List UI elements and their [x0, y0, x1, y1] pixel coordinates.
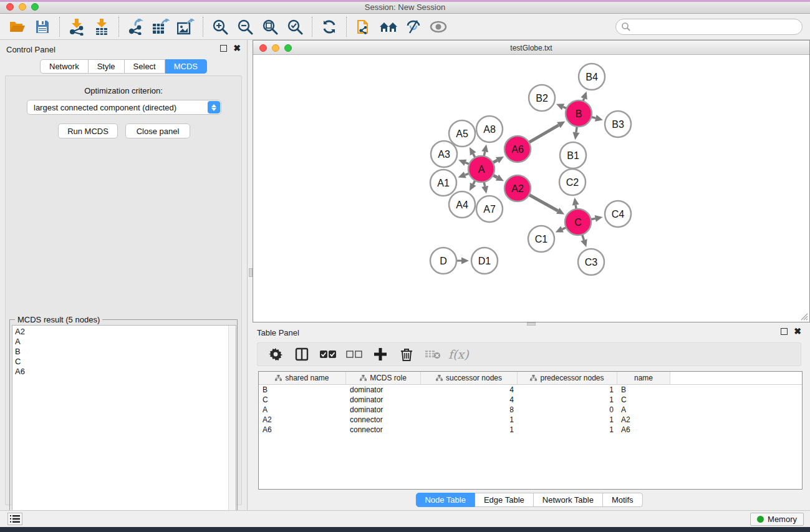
graph-edge[interactable]	[529, 125, 559, 143]
show-eye-icon[interactable]	[426, 16, 451, 38]
close-panel-icon[interactable]: ✖	[233, 45, 241, 52]
export-network-icon[interactable]	[123, 16, 148, 38]
graph-edge[interactable]	[576, 127, 577, 133]
hide-glasses-icon[interactable]	[401, 16, 426, 38]
new-network-icon[interactable]	[351, 16, 376, 38]
table-cell[interactable]: connector	[346, 415, 421, 424]
tab-select[interactable]: Select	[125, 59, 165, 74]
save-session-icon[interactable]	[30, 16, 55, 38]
table-settings-icon[interactable]	[264, 344, 287, 364]
graph-node-label: B4	[586, 72, 598, 82]
graph-edge[interactable]	[529, 195, 557, 211]
memory-button[interactable]: Memory	[750, 513, 804, 526]
table-row[interactable]: Cdominator41C	[259, 395, 802, 405]
result-list-scrollbar[interactable]	[228, 326, 236, 532]
column-header-successor-nodes[interactable]: successor nodes	[421, 372, 518, 384]
home-icon[interactable]	[376, 16, 401, 38]
close-panel-button[interactable]: Close panel	[125, 123, 190, 138]
select-all-icon[interactable]	[316, 344, 340, 364]
table-cell[interactable]: C	[617, 395, 670, 404]
table-cell[interactable]: 1	[421, 415, 518, 424]
table-cell[interactable]: dominator	[346, 385, 421, 394]
tab-mcds[interactable]: MCDS	[165, 59, 207, 74]
table-row[interactable]: Adominator80A	[259, 405, 802, 415]
table-row[interactable]: A2connector11A2	[259, 415, 802, 425]
criterion-dropdown[interactable]: largest connected component (directed)	[27, 100, 221, 115]
export-image-icon[interactable]	[173, 16, 198, 38]
resize-grip-icon[interactable]	[801, 313, 808, 321]
table-cell[interactable]: B	[259, 385, 346, 394]
table-cell[interactable]: dominator	[346, 395, 421, 404]
table-cell[interactable]: 4	[421, 385, 518, 394]
result-item[interactable]: A6	[15, 367, 236, 377]
import-network-icon[interactable]	[64, 16, 89, 38]
close-table-panel-icon[interactable]: ✖	[794, 328, 801, 335]
tab-style[interactable]: Style	[89, 59, 125, 74]
float-panel-icon[interactable]	[220, 45, 227, 52]
table-cell[interactable]: A	[259, 405, 346, 414]
table-cell[interactable]: 1	[421, 425, 518, 434]
table-cell[interactable]: 8	[421, 405, 518, 414]
table-cell[interactable]: A2	[259, 415, 346, 424]
delete-table-icon[interactable]	[421, 344, 445, 364]
show-columns-icon[interactable]	[290, 344, 314, 364]
table-cell[interactable]: 1	[518, 415, 617, 424]
list-icon	[10, 515, 20, 523]
column-header-MCDS-role[interactable]: MCDS role	[346, 372, 421, 384]
table-cell[interactable]: C	[259, 395, 346, 404]
task-history-button[interactable]	[7, 513, 22, 525]
column-header-name[interactable]: name	[617, 372, 670, 384]
graph-edge[interactable]	[582, 235, 584, 240]
tab-motifs[interactable]: Motifs	[603, 493, 643, 507]
column-header-shared-name[interactable]: shared name	[259, 372, 346, 384]
zoom-fit-icon[interactable]	[258, 16, 282, 38]
network-window-titlebar[interactable]: testGlobe.txt	[253, 41, 809, 55]
table-cell[interactable]: 4	[421, 395, 518, 404]
node-table[interactable]: shared nameMCDS rolesuccessor nodesprede…	[258, 371, 803, 490]
column-header-predecessor-nodes[interactable]: predecessor nodes	[518, 372, 617, 384]
tab-network[interactable]: Network	[40, 59, 89, 74]
result-item[interactable]: C	[15, 357, 236, 367]
refresh-icon[interactable]	[317, 16, 342, 38]
tab-edge-table[interactable]: Edge Table	[475, 493, 534, 507]
dropdown-stepper-icon[interactable]	[208, 101, 220, 114]
run-mcds-button[interactable]: Run MCDS	[58, 123, 118, 138]
table-cell[interactable]: A2	[617, 415, 670, 424]
splitter-handle[interactable]	[249, 268, 253, 277]
table-cell[interactable]: 1	[518, 395, 617, 404]
network-view-window: testGlobe.txt AA1A3A5A8A4A7A6A2BB2B4B3B1…	[253, 40, 810, 322]
table-cell[interactable]: connector	[346, 425, 421, 434]
table-cell[interactable]: 1	[518, 425, 617, 434]
search-input[interactable]	[615, 19, 803, 35]
result-item[interactable]: A2	[15, 327, 236, 337]
zoom-selected-icon[interactable]	[282, 16, 307, 38]
zoom-out-icon[interactable]	[233, 16, 258, 38]
table-row[interactable]: A6connector11A6	[259, 425, 802, 435]
table-cell[interactable]: A6	[259, 425, 346, 434]
deselect-all-icon[interactable]	[342, 344, 366, 364]
desktop-background	[0, 527, 810, 532]
open-file-icon[interactable]	[5, 16, 30, 38]
add-column-icon[interactable]	[369, 344, 392, 364]
delete-column-icon[interactable]	[395, 344, 418, 364]
table-cell[interactable]: A	[617, 405, 670, 414]
mcds-result-group: MCDS result (5 nodes) A2ABCA6	[9, 319, 238, 532]
function-builder-icon[interactable]: f(x)	[448, 347, 469, 361]
zoom-in-icon[interactable]	[208, 16, 233, 38]
float-table-panel-icon[interactable]	[781, 328, 788, 335]
tab-node-table[interactable]: Node Table	[415, 493, 475, 507]
mcds-result-list[interactable]: A2ABCA6	[12, 325, 236, 532]
table-row[interactable]: Bdominator41B	[259, 385, 802, 395]
table-cell[interactable]: 1	[518, 385, 617, 394]
result-item[interactable]: A	[15, 337, 236, 347]
table-cell[interactable]: dominator	[346, 405, 421, 414]
result-item[interactable]: B	[15, 347, 236, 357]
table-cell[interactable]: A6	[617, 425, 670, 434]
graph-node-label: B2	[536, 93, 548, 104]
table-cell[interactable]: B	[617, 385, 670, 394]
export-table-icon[interactable]	[148, 16, 173, 38]
tab-network-table[interactable]: Network Table	[534, 493, 603, 507]
table-cell[interactable]: 0	[518, 405, 617, 414]
import-table-icon[interactable]	[89, 16, 114, 38]
network-graph-canvas[interactable]: AA1A3A5A8A4A7A6A2BB2B4B3B1CC2C4C1C3DD1	[254, 56, 809, 321]
